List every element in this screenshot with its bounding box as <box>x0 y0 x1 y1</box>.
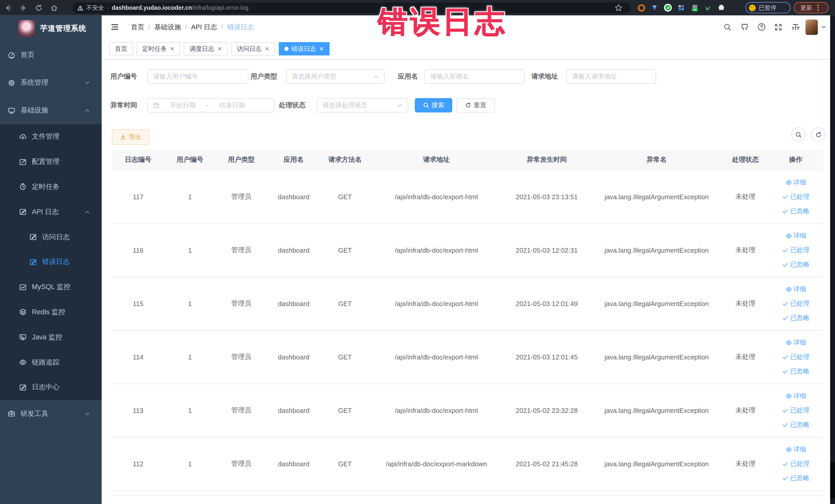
detail-link[interactable]: 详细 <box>785 389 806 403</box>
extension-icon[interactable] <box>648 4 661 11</box>
sidebar-item-4[interactable]: 配置管理 <box>0 149 102 175</box>
browser-back-icon[interactable] <box>0 0 15 15</box>
sidebar-item-9[interactable]: MySQL 监控 <box>0 275 102 300</box>
mark-processed-link[interactable]: 已处理 <box>782 350 810 364</box>
browser-update-button[interactable]: 更新 <box>794 2 829 13</box>
sidebar-item-11[interactable]: Java 监控 <box>0 325 102 350</box>
close-tab-icon[interactable]: ✕ <box>217 46 222 52</box>
export-button[interactable]: 导出 <box>112 129 149 145</box>
user-id-input[interactable] <box>147 69 248 84</box>
detail-link[interactable]: 详细 <box>785 282 806 296</box>
mark-processed-link[interactable]: 已处理 <box>782 189 810 204</box>
sidebar-item-14[interactable]: 研发工具 <box>0 400 102 428</box>
filter-label: 用户类型 <box>250 69 277 84</box>
sidebar-item-12[interactable]: 链路追踪 <box>0 350 102 375</box>
breadcrumb-item[interactable]: API 日志 <box>191 22 217 32</box>
detail-link[interactable]: 详细 <box>785 442 806 457</box>
collapse-sidebar-icon[interactable] <box>107 19 122 35</box>
help-icon[interactable] <box>753 15 770 39</box>
mark-processed-link[interactable]: 已处理 <box>782 457 810 471</box>
cell-user_id: 1 <box>164 384 216 437</box>
cell-method: GET <box>320 277 370 330</box>
detail-link[interactable]: 详细 <box>785 335 806 350</box>
close-tab-icon[interactable]: ✕ <box>170 46 175 52</box>
browser-forward-icon[interactable] <box>15 0 31 15</box>
mark-ignored-link[interactable]: 已忽略 <box>782 311 810 325</box>
breadcrumb-item[interactable]: 基础设施 <box>154 22 181 32</box>
extension-icon[interactable] <box>661 4 675 12</box>
sidebar-item-1[interactable]: 系统管理 <box>0 69 102 97</box>
cell-time: 2021-05-03 12:01:49 <box>503 277 590 330</box>
browser-menu-icon[interactable] <box>817 5 819 11</box>
window-scrollbar[interactable] <box>830 15 835 504</box>
profile-emoji-icon <box>749 4 756 11</box>
mark-ignored-link[interactable]: 已忽略 <box>782 204 810 218</box>
bookmark-star-icon[interactable] <box>614 4 623 14</box>
fullscreen-icon[interactable] <box>770 15 787 39</box>
upload-icon <box>19 133 27 141</box>
browser-home-icon[interactable] <box>46 0 62 15</box>
search-button[interactable]: 搜索 <box>415 98 452 113</box>
sidebar-item-7[interactable]: 访问日志 <box>0 224 102 249</box>
extension-icon[interactable] <box>675 4 688 11</box>
sidebar-item-0[interactable]: 首页 <box>0 41 102 69</box>
detail-link[interactable]: 详细 <box>785 228 806 243</box>
github-icon[interactable] <box>736 15 753 39</box>
user-avatar[interactable] <box>805 19 817 35</box>
font-size-icon[interactable] <box>787 15 804 39</box>
security-label[interactable]: 不安全 <box>86 4 104 12</box>
address-bar[interactable]: 不安全 dashboard.yudao.iocoder.cn/infra/log… <box>73 2 631 13</box>
mark-ignored-link[interactable]: 已忽略 <box>782 418 810 432</box>
app-logo[interactable]: 芋道管理系统 <box>0 15 102 41</box>
cell-url: /api/infra/db-doc/export-html <box>370 223 503 277</box>
mark-ignored-link[interactable]: 已忽略 <box>782 364 810 379</box>
header-search-icon[interactable] <box>719 15 736 39</box>
date-range-picker[interactable]: 开始日期 - 结束日期 <box>147 98 274 113</box>
sidebar-item-6[interactable]: API 日志 <box>0 200 102 225</box>
sidebar-item-5[interactable]: 定时任务 <box>0 174 102 200</box>
toggle-search-button[interactable] <box>791 127 806 142</box>
tab-3[interactable]: 访问日志✕ <box>231 42 275 56</box>
tab-4[interactable]: 错误日志✕ <box>279 42 329 56</box>
request-url-input[interactable] <box>566 69 656 84</box>
check-icon <box>782 193 789 200</box>
mark-ignored-link[interactable]: 已忽略 <box>782 471 810 485</box>
user-type-select[interactable]: 请选择用户类型 <box>286 69 385 84</box>
reset-button[interactable]: 重置 <box>456 98 495 113</box>
app-name-input[interactable] <box>425 69 525 84</box>
sidebar-item-13[interactable]: 日志中心 <box>0 375 102 400</box>
breadcrumb-separator: / <box>148 23 150 31</box>
mark-processed-link[interactable]: 已处理 <box>782 243 810 257</box>
status-select[interactable]: 请选择处理状态 <box>317 98 408 113</box>
refresh-table-button[interactable] <box>811 127 826 142</box>
tab-1[interactable]: 定时任务✕ <box>137 42 180 56</box>
profile-paused-badge[interactable]: 已暂停 <box>746 2 791 13</box>
mark-processed-link[interactable]: 已处理 <box>782 403 810 418</box>
sidebar-item-3[interactable]: 文件管理 <box>0 124 102 149</box>
sidebar-item-8[interactable]: 错误日志 <box>0 249 102 275</box>
sidebar-item-2[interactable]: 基础设施 <box>0 97 102 124</box>
sidebar-item-10[interactable]: Redis 监控 <box>0 300 102 325</box>
column-header: 用户编号 <box>164 149 216 170</box>
extensions-puzzle-icon[interactable] <box>715 4 728 12</box>
sidebar-item-label: 文件管理 <box>32 132 60 141</box>
tab-0[interactable]: 首页 <box>109 42 133 56</box>
tab-2[interactable]: 调度日志✕ <box>184 42 227 56</box>
cell-exception: java.lang.IllegalArgumentException <box>590 437 723 490</box>
breadcrumb-item[interactable]: 首页 <box>131 22 144 32</box>
mark-ignored-link[interactable]: 已忽略 <box>782 257 810 271</box>
close-tab-icon[interactable]: ✕ <box>319 46 324 52</box>
extension-icon[interactable] <box>701 4 715 11</box>
extension-icon[interactable] <box>634 4 648 12</box>
user-menu-caret-icon[interactable] <box>817 24 830 30</box>
check-icon <box>782 247 789 254</box>
extension-icon[interactable]: on <box>688 4 701 12</box>
view-icon <box>785 392 792 399</box>
close-tab-icon[interactable]: ✕ <box>265 46 269 52</box>
browser-reload-icon[interactable] <box>31 0 46 15</box>
mark-processed-link[interactable]: 已处理 <box>782 296 810 311</box>
sidebar-item-label: 访问日志 <box>42 233 70 242</box>
detail-link[interactable]: 详细 <box>785 175 806 189</box>
timer-icon <box>19 183 27 191</box>
cell-user_type: 管理员 <box>216 330 267 384</box>
